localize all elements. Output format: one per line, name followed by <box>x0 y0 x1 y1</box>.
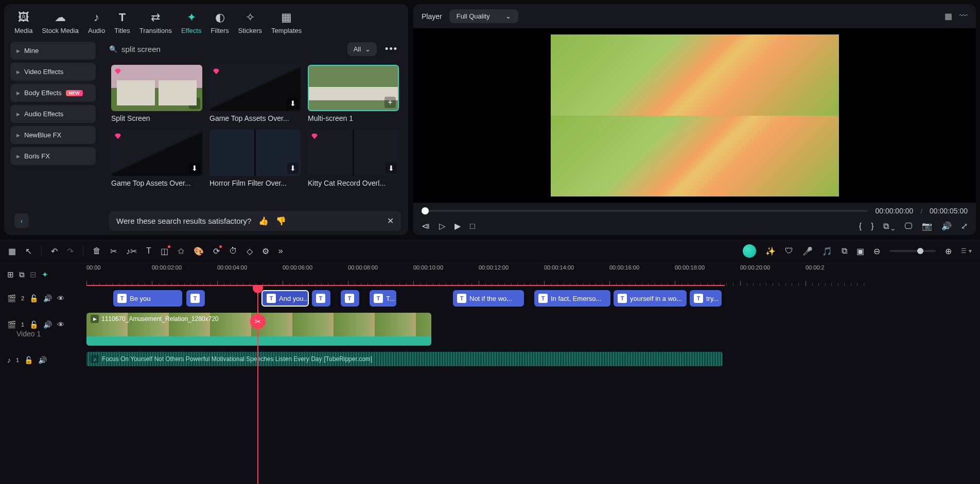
text-tool-button[interactable]: T <box>146 246 151 256</box>
speed-ai-button[interactable]: ⟳ <box>213 246 220 256</box>
effect-item[interactable]: ⬇Game Top Assets Over... <box>209 65 301 122</box>
video-clip[interactable]: ▶1110670_Amusement_Relation_1280x720 <box>86 313 431 346</box>
magnet-button[interactable]: ⊟ <box>30 270 37 279</box>
brace-right-icon[interactable]: } <box>871 222 873 231</box>
ai-avatar-button[interactable] <box>743 244 756 258</box>
filter-dropdown[interactable]: All ⌄ <box>347 42 377 56</box>
caption-clip[interactable]: T <box>312 290 330 307</box>
aspect-button[interactable]: ⧉ ⌄ <box>883 222 895 231</box>
link-tracks-button[interactable]: ⧉ <box>19 270 25 279</box>
tab-stock-media[interactable]: ☁Stock Media <box>42 10 79 34</box>
sidebar-item-boris-fx[interactable]: ▶Boris FX <box>10 147 96 165</box>
download-button[interactable]: ⬇ <box>287 98 299 109</box>
video-track[interactable]: ▶1110670_Amusement_Relation_1280x720 <box>86 311 980 348</box>
text-track[interactable]: TBe youTTAnd you...TTTT...TNot if the wo… <box>86 286 980 311</box>
music-button[interactable]: 🎵 <box>822 246 832 256</box>
effects-button[interactable]: ✿ <box>178 246 184 256</box>
timer-button[interactable]: ⏱ <box>229 246 237 256</box>
export-frame-button[interactable]: ▣ <box>856 246 864 256</box>
scrub-knob[interactable] <box>422 207 429 214</box>
volume-button[interactable]: 🔊 <box>941 221 952 231</box>
track-visibility-button[interactable]: 👁 <box>57 294 64 302</box>
audio-track[interactable]: ♪Focus On Yourself Not Others Powerful M… <box>86 348 980 372</box>
color-button[interactable]: 🎨 <box>194 246 204 256</box>
download-button[interactable]: ⬇ <box>386 163 397 174</box>
caption-clip[interactable]: TT... <box>370 290 396 307</box>
tab-titles[interactable]: TTitles <box>114 10 130 34</box>
fullscreen-button[interactable]: ⤢ <box>961 221 968 231</box>
zoom-out-button[interactable]: ⊖ <box>873 246 880 256</box>
caption-clip[interactable]: Ttry... <box>690 290 722 307</box>
caption-clip[interactable]: Tyourself in a wo... <box>614 290 687 307</box>
stop-button[interactable]: □ <box>470 222 475 231</box>
split-button[interactable]: ✂ <box>110 246 117 256</box>
caption-clip[interactable]: TNot if the wo... <box>453 290 524 307</box>
effect-item[interactable]: +Multi-screen 1 <box>308 65 399 122</box>
adjust-button[interactable]: ⚙ <box>262 246 269 256</box>
sidebar-item-video-effects[interactable]: ▶Video Effects <box>10 63 96 81</box>
caption-clip[interactable]: TBe you <box>113 290 182 307</box>
track-mute-button[interactable]: 🔊 <box>43 294 52 302</box>
caption-clip[interactable]: T <box>186 290 205 307</box>
track-lock-button[interactable]: 🔓 <box>29 320 38 329</box>
effect-item[interactable]: ⬇Game Top Assets Over... <box>111 130 202 187</box>
prev-frame-button[interactable]: ⧏ <box>422 221 430 231</box>
redo-button[interactable]: ↷ <box>67 246 74 256</box>
effect-thumbnail[interactable]: ⬇ <box>209 65 301 111</box>
sidebar-item-newblue-fx[interactable]: ▶NewBlue FX <box>10 126 96 144</box>
undo-button[interactable]: ↶ <box>51 246 58 256</box>
track-mute-button[interactable]: 🔊 <box>38 356 47 364</box>
caption-clip[interactable]: T <box>341 290 359 307</box>
delete-button[interactable]: 🗑 <box>93 246 101 256</box>
audio-clip[interactable]: ♪Focus On Yourself Not Others Powerful M… <box>86 352 723 366</box>
overlay-button[interactable]: ⧉ <box>842 246 847 256</box>
timeline-view-dropdown[interactable]: ☰▾ <box>961 247 972 255</box>
effect-thumbnail[interactable]: ⬇ <box>209 130 301 176</box>
effect-item[interactable]: ⬇Kitty Cat Record Overl... <box>308 130 399 187</box>
tab-filters[interactable]: ◐Filters <box>211 10 229 34</box>
effect-thumbnail[interactable]: + <box>308 65 399 111</box>
add-track-button[interactable]: ⊞ <box>7 270 14 279</box>
effect-thumbnail[interactable]: ⬇ <box>308 130 399 176</box>
track-visibility-button[interactable]: 👁 <box>57 320 64 329</box>
tab-audio[interactable]: ♪Audio <box>88 10 105 34</box>
tab-effects[interactable]: ✦Effects <box>181 10 202 34</box>
sidebar-item-body-effects[interactable]: ▶Body EffectsNEW <box>10 84 96 102</box>
zoom-in-button[interactable]: ⊕ <box>945 246 952 256</box>
grid-view-icon[interactable]: ▦ <box>944 11 952 21</box>
caption-clip[interactable]: TAnd you... <box>261 290 309 307</box>
caption-clip[interactable]: TIn fact, Emerso... <box>534 290 610 307</box>
more-tools-button[interactable]: » <box>278 246 283 256</box>
monitor-button[interactable]: 🖵 <box>904 222 913 231</box>
tab-stickers[interactable]: ✧Stickers <box>238 10 262 34</box>
timeline-ruler[interactable]: 00:0000:00:02:0000:00:04:0000:00:06:0000… <box>86 263 980 286</box>
add-button[interactable]: + <box>189 98 200 109</box>
tab-templates[interactable]: ▦Templates <box>271 10 302 34</box>
track-mute-button[interactable]: 🔊 <box>43 320 52 329</box>
auto-arrange-button[interactable]: ▦ <box>8 246 16 256</box>
collapse-sidebar-button[interactable]: ‹ <box>14 213 29 228</box>
ai-sparkle-button[interactable]: ✨ <box>765 246 776 256</box>
waveform-icon[interactable]: 〰 <box>959 11 968 21</box>
thumbs-down-button[interactable]: 👎 <box>276 216 286 226</box>
search-input[interactable]: 🔍 split screen <box>109 42 342 57</box>
effect-item[interactable]: ⬇Horror Film Filter Over... <box>209 130 301 187</box>
tab-media[interactable]: 🖼Media <box>14 10 32 34</box>
sidebar-item-audio-effects[interactable]: ▶Audio Effects <box>10 105 96 123</box>
zoom-knob[interactable] <box>917 248 923 254</box>
more-button[interactable]: ••• <box>382 44 401 55</box>
tab-transitions[interactable]: ⇄Transitions <box>139 10 172 34</box>
effect-thumbnail[interactable]: + <box>111 65 202 111</box>
preview-viewport[interactable] <box>413 28 976 203</box>
download-button[interactable]: ⬇ <box>189 163 200 174</box>
play-button[interactable]: ▶ <box>454 221 461 231</box>
quality-dropdown[interactable]: Full Quality ⌄ <box>449 9 518 23</box>
audio-split-button[interactable]: ♪✂ <box>126 246 137 256</box>
crop-button[interactable]: ◫ <box>161 246 168 256</box>
thumbs-up-button[interactable]: 👍 <box>258 216 269 226</box>
track-lock-button[interactable]: 🔓 <box>24 356 33 364</box>
player-scrubber[interactable] <box>422 210 868 212</box>
marker-button[interactable]: 🛡 <box>785 246 793 256</box>
track-lock-button[interactable]: 🔓 <box>29 294 38 302</box>
play-forward-button[interactable]: ▷ <box>439 221 445 231</box>
